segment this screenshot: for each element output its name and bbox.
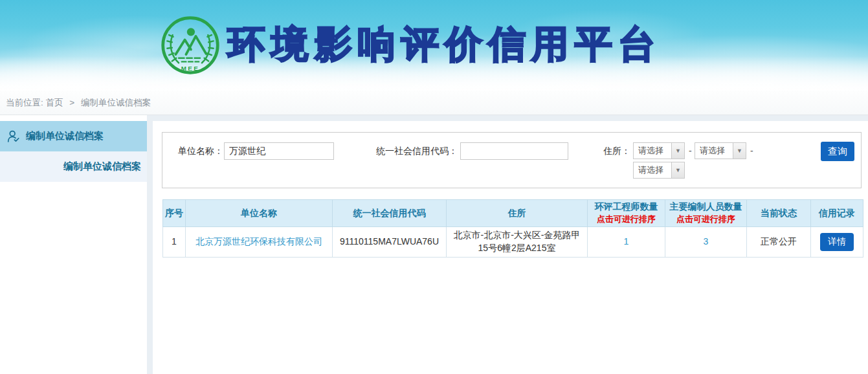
sidebar-item-unit-credit-archive[interactable]: 编制单位诚信档案 bbox=[0, 121, 147, 151]
col-address: 住所 bbox=[447, 200, 588, 227]
mee-logo-icon: MEE bbox=[160, 15, 221, 76]
query-button[interactable]: 查询 bbox=[821, 142, 854, 161]
breadcrumb-separator: > bbox=[69, 98, 74, 107]
breadcrumb: 当前位置: 首页 > 编制单位诚信档案 bbox=[0, 91, 868, 115]
col-engineer-count-label: 环评工程师数量 bbox=[595, 201, 658, 212]
unit-name-input[interactable] bbox=[224, 142, 334, 160]
residence-city-value: 请选择 bbox=[695, 143, 733, 159]
residence-label: 住所： bbox=[577, 142, 630, 160]
engineer-count-link[interactable]: 1 bbox=[624, 236, 629, 247]
residence-dash-1: - bbox=[689, 142, 692, 160]
col-engineer-count-sortable[interactable]: 环评工程师数量 点击可进行排序 bbox=[588, 200, 665, 227]
site-title: 环境影响评价信用平台 bbox=[228, 21, 662, 67]
company-name-link[interactable]: 北京万源世纪环保科技有限公司 bbox=[195, 236, 322, 247]
residence-city-select[interactable]: 请选择 ▼ bbox=[695, 142, 746, 159]
sort-hint-staff: 点击可进行排序 bbox=[667, 214, 744, 225]
col-credit-code: 统一社会信用代码 bbox=[333, 200, 447, 227]
unit-name-label: 单位名称： bbox=[169, 142, 223, 160]
search-panel: 单位名称： 统一社会信用代码： 住所： 请选择 ▼ - 请选择 ▼ - 请选择 … bbox=[162, 132, 862, 188]
residence-province-value: 请选择 bbox=[634, 143, 671, 159]
site-header: MEE 环境影响评价信用平台 bbox=[0, 0, 868, 91]
detail-button[interactable]: 详情 bbox=[820, 233, 854, 251]
col-company-name: 单位名称 bbox=[186, 200, 333, 227]
residence-district-select[interactable]: 请选择 ▼ bbox=[633, 162, 685, 179]
sidebar-subitem-unit-credit-archive[interactable]: 编制单位诚信档案 bbox=[0, 151, 147, 182]
sidebar: 编制单位诚信档案 编制单位诚信档案 bbox=[0, 115, 147, 374]
staff-count-link[interactable]: 3 bbox=[704, 236, 709, 247]
chevron-down-icon[interactable]: ▼ bbox=[671, 143, 684, 159]
content-area: 单位名称： 统一社会信用代码： 住所： 请选择 ▼ - 请选择 ▼ - 请选择 … bbox=[153, 121, 868, 374]
table-row: 1 北京万源世纪环保科技有限公司 91110115MA7LWUA76U 北京市-… bbox=[163, 227, 863, 258]
breadcrumb-label: 当前位置: bbox=[6, 98, 43, 107]
row-address: 北京市-北京市-大兴区-金苑路甲15号6幢2层A215室 bbox=[447, 227, 588, 258]
row-index: 1 bbox=[163, 227, 186, 258]
col-status: 当前状态 bbox=[747, 200, 811, 227]
result-table: 序号 单位名称 统一社会信用代码 住所 环评工程师数量 点击可进行排序 主要编制… bbox=[162, 199, 863, 258]
residence-province-select[interactable]: 请选择 ▼ bbox=[633, 142, 685, 159]
person-check-icon bbox=[6, 129, 21, 144]
credit-code-input[interactable] bbox=[460, 142, 568, 160]
logo-mee-text: MEE bbox=[181, 65, 199, 72]
chevron-down-icon[interactable]: ▼ bbox=[671, 162, 684, 178]
row-status: 正常公开 bbox=[747, 227, 811, 258]
residence-dash-2: - bbox=[750, 142, 753, 160]
table-header-row: 序号 单位名称 统一社会信用代码 住所 环评工程师数量 点击可进行排序 主要编制… bbox=[163, 200, 863, 227]
col-index: 序号 bbox=[163, 200, 186, 227]
sidebar-item-label: 编制单位诚信档案 bbox=[26, 130, 104, 142]
credit-code-label: 统一社会信用代码： bbox=[357, 142, 458, 160]
residence-district-value: 请选择 bbox=[634, 162, 671, 178]
main-area: 编制单位诚信档案 编制单位诚信档案 单位名称： 统一社会信用代码： 住所： 请选… bbox=[0, 115, 868, 374]
sort-hint-engineer: 点击可进行排序 bbox=[590, 214, 663, 225]
page: MEE 环境影响评价信用平台 当前位置: 首页 > 编制单位诚信档案 编制单位诚… bbox=[0, 0, 868, 374]
breadcrumb-home-link[interactable]: 首页 bbox=[46, 98, 63, 107]
col-staff-count-label: 主要编制人员数量 bbox=[670, 201, 742, 212]
chevron-down-icon[interactable]: ▼ bbox=[733, 143, 746, 159]
col-staff-count-sortable[interactable]: 主要编制人员数量 点击可进行排序 bbox=[665, 200, 747, 227]
col-credit-record: 信用记录 bbox=[811, 200, 863, 227]
row-credit-code: 91110115MA7LWUA76U bbox=[333, 227, 447, 258]
sidebar-subitem-label: 编制单位诚信档案 bbox=[63, 160, 141, 173]
breadcrumb-current: 编制单位诚信档案 bbox=[81, 98, 151, 107]
